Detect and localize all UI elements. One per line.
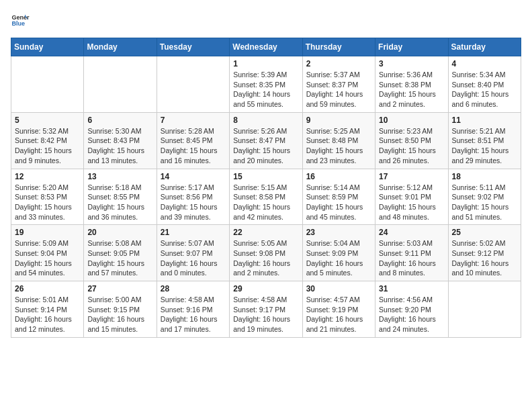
day-number: 3 <box>379 59 444 68</box>
day-info: Sunrise: 5:08 AM Sunset: 9:05 PM Dayligh… <box>87 238 152 278</box>
day-number: 18 <box>452 172 517 181</box>
day-number: 28 <box>161 284 226 293</box>
calendar-cell: 6Sunrise: 5:30 AM Sunset: 8:43 PM Daylig… <box>84 112 157 169</box>
day-of-week-header: Thursday <box>302 38 375 56</box>
calendar-cell: 16Sunrise: 5:14 AM Sunset: 8:59 PM Dayli… <box>302 169 375 225</box>
day-info: Sunrise: 5:00 AM Sunset: 9:15 PM Dayligh… <box>87 295 152 334</box>
calendar-cell: 26Sunrise: 5:01 AM Sunset: 9:14 PM Dayli… <box>11 281 84 338</box>
day-number: 11 <box>452 116 517 125</box>
day-info: Sunrise: 4:58 AM Sunset: 9:16 PM Dayligh… <box>161 295 226 334</box>
day-info: Sunrise: 5:03 AM Sunset: 9:11 PM Dayligh… <box>379 238 444 278</box>
day-number: 14 <box>161 172 226 181</box>
day-number: 17 <box>379 172 444 181</box>
day-info: Sunrise: 5:11 AM Sunset: 9:02 PM Dayligh… <box>452 183 517 222</box>
day-info: Sunrise: 5:26 AM Sunset: 8:47 PM Dayligh… <box>233 126 298 166</box>
calendar-cell: 27Sunrise: 5:00 AM Sunset: 9:15 PM Dayli… <box>84 281 157 338</box>
day-number: 8 <box>233 116 298 125</box>
calendar-cell: 31Sunrise: 4:56 AM Sunset: 9:20 PM Dayli… <box>375 281 448 338</box>
day-number: 29 <box>233 284 298 293</box>
day-info: Sunrise: 4:56 AM Sunset: 9:20 PM Dayligh… <box>379 295 444 334</box>
day-info: Sunrise: 5:21 AM Sunset: 8:51 PM Dayligh… <box>452 126 517 166</box>
day-info: Sunrise: 4:57 AM Sunset: 9:19 PM Dayligh… <box>306 295 371 334</box>
day-number: 1 <box>233 59 298 68</box>
day-info: Sunrise: 5:04 AM Sunset: 9:09 PM Dayligh… <box>306 238 371 278</box>
calendar-cell: 13Sunrise: 5:18 AM Sunset: 8:55 PM Dayli… <box>84 169 157 225</box>
day-of-week-header: Wednesday <box>230 38 302 56</box>
day-info: Sunrise: 4:58 AM Sunset: 9:17 PM Dayligh… <box>233 295 298 334</box>
day-number: 24 <box>379 228 444 237</box>
calendar-cell: 7Sunrise: 5:28 AM Sunset: 8:45 PM Daylig… <box>157 112 229 169</box>
day-info: Sunrise: 5:14 AM Sunset: 8:59 PM Dayligh… <box>306 183 371 222</box>
day-number: 19 <box>15 228 80 237</box>
day-of-week-header: Tuesday <box>157 38 229 56</box>
calendar-cell: 14Sunrise: 5:17 AM Sunset: 8:56 PM Dayli… <box>157 169 229 225</box>
day-info: Sunrise: 5:17 AM Sunset: 8:56 PM Dayligh… <box>161 183 226 222</box>
day-info: Sunrise: 5:23 AM Sunset: 8:50 PM Dayligh… <box>379 126 444 166</box>
day-info: Sunrise: 5:30 AM Sunset: 8:43 PM Dayligh… <box>87 126 152 166</box>
day-of-week-header: Sunday <box>11 38 84 56</box>
day-info: Sunrise: 5:28 AM Sunset: 8:45 PM Dayligh… <box>161 126 226 166</box>
day-of-week-header: Monday <box>84 38 157 56</box>
day-number: 2 <box>306 59 371 68</box>
calendar-cell: 15Sunrise: 5:15 AM Sunset: 8:58 PM Dayli… <box>230 169 302 225</box>
calendar-week-row: 19Sunrise: 5:09 AM Sunset: 9:04 PM Dayli… <box>11 225 521 281</box>
day-info: Sunrise: 5:36 AM Sunset: 8:38 PM Dayligh… <box>379 70 444 109</box>
calendar-week-row: 1Sunrise: 5:39 AM Sunset: 8:35 PM Daylig… <box>11 56 521 113</box>
day-number: 27 <box>87 284 152 293</box>
day-number: 10 <box>379 116 444 125</box>
calendar-week-row: 5Sunrise: 5:32 AM Sunset: 8:42 PM Daylig… <box>11 112 521 169</box>
day-info: Sunrise: 5:01 AM Sunset: 9:14 PM Dayligh… <box>15 295 80 334</box>
logo: General Blue <box>11 11 30 30</box>
day-number: 5 <box>15 116 80 125</box>
day-number: 4 <box>452 59 517 68</box>
calendar-cell: 5Sunrise: 5:32 AM Sunset: 8:42 PM Daylig… <box>11 112 84 169</box>
calendar-cell: 19Sunrise: 5:09 AM Sunset: 9:04 PM Dayli… <box>11 225 84 281</box>
day-number: 23 <box>306 228 371 237</box>
calendar-cell: 29Sunrise: 4:58 AM Sunset: 9:17 PM Dayli… <box>230 281 302 338</box>
day-info: Sunrise: 5:02 AM Sunset: 9:12 PM Dayligh… <box>452 238 517 278</box>
day-info: Sunrise: 5:25 AM Sunset: 8:48 PM Dayligh… <box>306 126 371 166</box>
day-number: 21 <box>161 228 226 237</box>
calendar-cell: 23Sunrise: 5:04 AM Sunset: 9:09 PM Dayli… <box>302 225 375 281</box>
calendar: SundayMondayTuesdayWednesdayThursdayFrid… <box>11 38 521 338</box>
calendar-cell <box>11 56 84 113</box>
calendar-cell: 8Sunrise: 5:26 AM Sunset: 8:47 PM Daylig… <box>230 112 302 169</box>
day-number: 13 <box>87 172 152 181</box>
day-number: 7 <box>161 116 226 125</box>
day-info: Sunrise: 5:20 AM Sunset: 8:53 PM Dayligh… <box>15 183 80 222</box>
day-number: 16 <box>306 172 371 181</box>
svg-text:Blue: Blue <box>11 20 25 27</box>
calendar-cell <box>448 281 521 338</box>
day-info: Sunrise: 5:15 AM Sunset: 8:58 PM Dayligh… <box>233 183 298 222</box>
day-number: 20 <box>87 228 152 237</box>
calendar-cell: 18Sunrise: 5:11 AM Sunset: 9:02 PM Dayli… <box>448 169 521 225</box>
calendar-cell: 2Sunrise: 5:37 AM Sunset: 8:37 PM Daylig… <box>302 56 375 113</box>
day-info: Sunrise: 5:09 AM Sunset: 9:04 PM Dayligh… <box>15 238 80 278</box>
day-number: 15 <box>233 172 298 181</box>
day-number: 22 <box>233 228 298 237</box>
calendar-cell: 11Sunrise: 5:21 AM Sunset: 8:51 PM Dayli… <box>448 112 521 169</box>
calendar-cell <box>157 56 229 113</box>
day-info: Sunrise: 5:05 AM Sunset: 9:08 PM Dayligh… <box>233 238 298 278</box>
day-number: 26 <box>15 284 80 293</box>
calendar-header-row: SundayMondayTuesdayWednesdayThursdayFrid… <box>11 38 521 56</box>
day-info: Sunrise: 5:34 AM Sunset: 8:40 PM Dayligh… <box>452 70 517 109</box>
day-info: Sunrise: 5:37 AM Sunset: 8:37 PM Dayligh… <box>306 70 371 109</box>
calendar-cell: 24Sunrise: 5:03 AM Sunset: 9:11 PM Dayli… <box>375 225 448 281</box>
calendar-cell: 1Sunrise: 5:39 AM Sunset: 8:35 PM Daylig… <box>230 56 302 113</box>
calendar-cell: 12Sunrise: 5:20 AM Sunset: 8:53 PM Dayli… <box>11 169 84 225</box>
calendar-week-row: 12Sunrise: 5:20 AM Sunset: 8:53 PM Dayli… <box>11 169 521 225</box>
calendar-cell: 3Sunrise: 5:36 AM Sunset: 8:38 PM Daylig… <box>375 56 448 113</box>
svg-text:General: General <box>11 14 30 21</box>
day-info: Sunrise: 5:12 AM Sunset: 9:01 PM Dayligh… <box>379 183 444 222</box>
day-of-week-header: Friday <box>375 38 448 56</box>
day-number: 25 <box>452 228 517 237</box>
calendar-week-row: 26Sunrise: 5:01 AM Sunset: 9:14 PM Dayli… <box>11 281 521 338</box>
day-number: 6 <box>87 116 152 125</box>
day-number: 31 <box>379 284 444 293</box>
day-info: Sunrise: 5:18 AM Sunset: 8:55 PM Dayligh… <box>87 183 152 222</box>
day-info: Sunrise: 5:39 AM Sunset: 8:35 PM Dayligh… <box>233 70 298 109</box>
calendar-cell: 22Sunrise: 5:05 AM Sunset: 9:08 PM Dayli… <box>230 225 302 281</box>
day-number: 9 <box>306 116 371 125</box>
calendar-cell: 28Sunrise: 4:58 AM Sunset: 9:16 PM Dayli… <box>157 281 229 338</box>
